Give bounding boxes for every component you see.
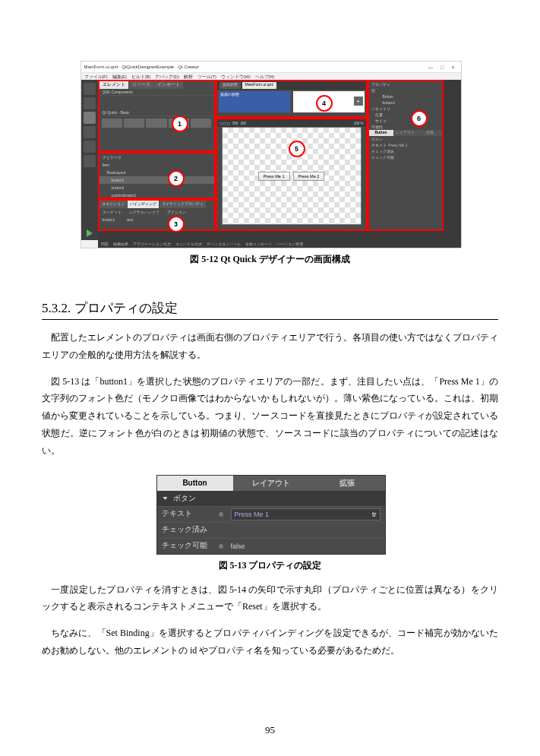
mode-sidebar[interactable] — [81, 80, 98, 240]
prop-section: ボタン — [369, 136, 442, 142]
menu-item[interactable]: ビルド(B) — [131, 74, 150, 80]
form-tab[interactable]: 基底状態 — [219, 82, 241, 89]
window-title: MainForm.ui.qml · QtQuickDesignerExample… — [84, 65, 200, 69]
text-input-value: Press Me 1 — [235, 511, 270, 518]
connections-tab[interactable]: ダイナミックプロパティ — [159, 201, 206, 208]
mode-icon-design[interactable] — [84, 112, 96, 124]
menu-item[interactable]: デバッグ(D) — [155, 74, 179, 80]
translate-button[interactable]: tr — [372, 511, 377, 518]
navigator-header: ナビゲータ — [99, 153, 214, 161]
prop-section: ジオメトリ — [369, 106, 442, 112]
figure-caption: 図 5-13 プロパティの設定 — [156, 559, 384, 572]
property-tabs[interactable]: Button レイアウト 拡張 — [157, 476, 385, 491]
cell[interactable]: button1 — [103, 217, 115, 222]
status-item[interactable]: 検索結果 — [113, 242, 128, 246]
connections-tab[interactable]: バインディング — [128, 201, 159, 208]
menu-item[interactable]: ツール(T) — [197, 74, 216, 80]
property-tab-button[interactable]: Button — [157, 476, 233, 491]
status-item[interactable]: 全体メッセージ — [245, 242, 272, 246]
figure-caption: 図 5-12 Qt Quick デザイナーの画面構成 — [81, 253, 460, 266]
property-row-checkable: チェック可能 false — [157, 538, 385, 554]
prop-tab[interactable]: 拡張 — [418, 130, 442, 136]
window-controls[interactable]: — □ × — [428, 65, 457, 70]
form-tab[interactable]: MainForm.ui.qml — [242, 82, 276, 89]
navigator-item[interactable]: colorIndicator1 — [99, 191, 214, 199]
section-heading: 5.3.2. プロパティの設定 — [42, 299, 498, 320]
menu-item[interactable]: 編集(E) — [112, 74, 127, 80]
property-label: チェック可能 — [162, 541, 219, 551]
disclosure-triangle-icon[interactable]: ▼ — [162, 495, 169, 501]
canvas-button[interactable]: Press Me 1 — [258, 172, 290, 181]
canvas-toolbar[interactable]: ◻ ◻ ◻ 559 200 100 % — [217, 119, 366, 127]
status-item[interactable]: バージョン管理 — [276, 242, 303, 246]
prop-tab[interactable]: Button — [369, 130, 393, 136]
library-item[interactable] — [124, 119, 144, 128]
mode-icon[interactable] — [84, 126, 96, 138]
toolbar-val: 559 — [232, 122, 238, 125]
qt-creator-window: MainForm.ui.qml · QtQuickDesignerExample… — [81, 61, 462, 248]
page-number: 95 — [0, 724, 540, 736]
menu-item[interactable]: ヘルプ(H) — [255, 74, 275, 80]
callout-badge: 3 — [168, 216, 185, 232]
property-panel: Button レイアウト 拡張 ▼ ボタン テキスト Press Me 1 tr — [156, 475, 386, 555]
mode-icon[interactable] — [84, 83, 96, 95]
library-panel: エレメント リソース インポート QML Components Qt Quick… — [98, 80, 216, 152]
callout-badge: 6 — [411, 110, 428, 127]
prop-tab[interactable]: レイアウト — [393, 130, 418, 136]
text-input[interactable]: Press Me 1 tr — [231, 508, 381, 520]
menu-item[interactable]: ファイル(F) — [84, 74, 108, 80]
property-value[interactable]: false — [231, 542, 245, 550]
paragraph: ちなみに、「Set Binding」を選択するとプロパティバインディングを設定で… — [42, 625, 498, 660]
navigator-item[interactable]: button2 — [99, 184, 214, 191]
run-icon[interactable] — [87, 229, 93, 237]
canvas-button[interactable]: Press Me 2 — [293, 172, 325, 181]
menu-item[interactable]: 解析 — [184, 74, 193, 80]
connections-tab[interactable]: コネクション — [99, 201, 127, 208]
library-tab[interactable]: インポート — [154, 81, 183, 89]
col-header: アクション — [167, 210, 186, 214]
prop-section: 可視性 — [369, 124, 442, 130]
library-section: Qt Quick - Basic — [99, 109, 214, 116]
window-titlebar: MainForm.ui.qml · QtQuickDesignerExample… — [81, 62, 461, 73]
modified-indicator-icon[interactable] — [219, 512, 223, 517]
status-item[interactable]: コンパイル出力 — [175, 242, 202, 246]
status-item[interactable]: 問題 — [101, 242, 109, 246]
mode-icon[interactable] — [84, 155, 96, 167]
library-item[interactable] — [146, 119, 166, 128]
modified-indicator-icon[interactable] — [219, 544, 223, 549]
navigator-item[interactable]: RowLayout — [99, 169, 214, 176]
library-tab[interactable]: エレメント — [99, 81, 128, 89]
state-thumb[interactable]: 基底の状態 — [219, 91, 290, 112]
property-label: テキスト — [162, 509, 219, 519]
property-tab-layout[interactable]: レイアウト — [233, 476, 309, 491]
prop-tabs[interactable]: Button レイアウト 拡張 — [369, 130, 442, 136]
library-items — [99, 116, 214, 130]
library-item[interactable] — [191, 119, 211, 128]
status-bar[interactable]: 問題 検索結果 アプリケーション出力 コンパイル出力 デバッガコンソール 全体メ… — [98, 240, 461, 248]
navigator-item[interactable]: button1 — [99, 176, 214, 184]
connections-panel: コネクション バインディング ダイナミックプロパティ ターゲット シグナルハンド… — [98, 199, 216, 231]
prop-value: button1 — [369, 100, 442, 106]
form-states-panel: 基底状態 MainForm.ui.qml 基底の状態 + 4 — [216, 80, 368, 118]
navigator-item[interactable]: Item — [99, 161, 214, 169]
figure-5-12: MainForm.ui.qml · QtQuickDesignerExample… — [81, 61, 460, 266]
callout-badge: 5 — [289, 141, 305, 157]
menu-item[interactable]: ウィンドウ(W) — [221, 74, 251, 80]
figure-5-13: Button レイアウト 拡張 ▼ ボタン テキスト Press Me 1 tr — [156, 475, 384, 572]
property-row-text: テキスト Press Me 1 tr — [157, 506, 385, 522]
design-canvas-panel: ◻ ◻ ◻ 559 200 100 % Press Me 1 Press Me … — [216, 118, 368, 231]
paragraph: 図 5-13 は「button1」を選択した状態のプロパティエリアの一部だ。まず… — [42, 373, 498, 460]
add-state-button[interactable]: + — [354, 96, 363, 106]
library-tab[interactable]: リソース — [129, 81, 153, 89]
property-label: チェック済み — [162, 525, 219, 535]
mode-icon[interactable] — [84, 141, 96, 153]
status-item[interactable]: アプリケーション出力 — [133, 242, 171, 246]
status-item[interactable]: デバッガコンソール — [207, 242, 241, 246]
library-item[interactable] — [102, 119, 122, 128]
mode-icon[interactable] — [84, 97, 96, 109]
paragraph: 配置したエレメントのプロパティは画面右側のプロパティエリアで行う。各項目の使い方… — [42, 329, 498, 364]
navigator-panel: ナビゲータ Item RowLayout button1 button2 col… — [98, 152, 216, 199]
property-tab-extension[interactable]: 拡張 — [309, 476, 385, 491]
callout-badge: 4 — [316, 95, 333, 112]
cell[interactable]: text — [127, 217, 133, 222]
